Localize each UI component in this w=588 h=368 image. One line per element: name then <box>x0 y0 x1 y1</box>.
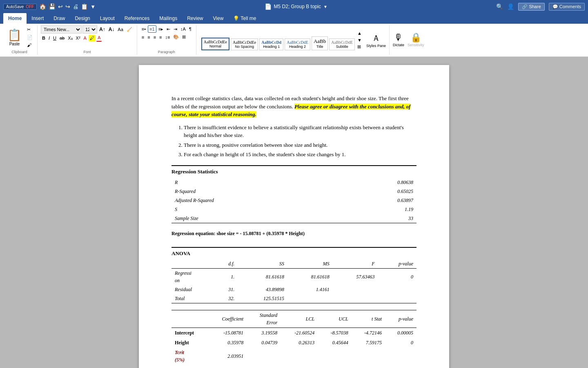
font-label: Font <box>83 49 91 54</box>
doc-icon: 📄 <box>265 3 272 10</box>
document-page[interactable]: In a recent college statistics class, da… <box>139 65 449 368</box>
search-icon[interactable]: 🔍 <box>496 3 503 10</box>
ribbon-group-clipboard: 📋 Paste ✂ 📄 🖌 Clipboard <box>3 25 38 55</box>
shrink-font-button[interactable]: A↓ <box>107 26 116 33</box>
change-case-button[interactable]: Aa <box>116 26 124 33</box>
tab-home[interactable]: Home <box>3 13 27 24</box>
styles-more[interactable]: ⊞ <box>356 43 363 50</box>
align-left-button[interactable]: ≡ <box>140 34 145 40</box>
italic-button[interactable]: I <box>47 35 51 41</box>
table-row: Intercept -15.08781 3.19558 -21.60524 -8… <box>172 328 416 338</box>
table-row: Sample Size 33 <box>172 214 416 223</box>
table-header-row: Coefficient StandardError LCL UCL t Stat… <box>172 310 416 328</box>
font-family-select[interactable]: Times New... <box>41 25 82 34</box>
highlight-button[interactable]: 🖊 <box>89 35 96 41</box>
regression-stats-title: Regression Statistics <box>172 165 416 177</box>
borders-button[interactable]: ⊞ <box>181 34 187 40</box>
regression-stats-section: Regression Statistics R 0.80638 R-Square… <box>172 165 416 224</box>
print-icon[interactable]: 🖨 <box>73 3 78 10</box>
tab-insert[interactable]: Insert <box>27 13 49 24</box>
style-title[interactable]: AaBb Title <box>312 36 328 50</box>
doc-intro: In a recent college statistics class, da… <box>172 94 416 119</box>
style-subtitle[interactable]: AaBbCcDdE Subtitle <box>329 38 355 50</box>
ribbon-group-tools: 🎙 Dictate 🔒 Sensitivity <box>391 25 428 55</box>
anova-title: ANOVA <box>172 247 416 258</box>
align-right-button[interactable]: ≡ <box>152 34 157 40</box>
regression-equation: Regression equation: shoe size = - 15.08… <box>172 230 416 240</box>
mode-icon[interactable]: 📋 <box>81 3 88 10</box>
style-heading1[interactable]: AaBbCcDd Heading 1 <box>259 38 283 50</box>
bold-button[interactable]: B <box>41 35 47 41</box>
lightbulb-icon: 💡 <box>233 16 239 21</box>
autosave-toggle[interactable]: AutoSave OFF <box>3 4 37 10</box>
tab-references[interactable]: References <box>120 13 154 24</box>
sort-button[interactable]: ↕A <box>179 26 187 32</box>
document-area: In a recent college statistics class, da… <box>0 57 588 368</box>
style-no-spacing[interactable]: AaBbCcDdEe No Spacing <box>231 38 258 50</box>
strikethrough-button[interactable]: ab <box>58 35 66 41</box>
decrease-indent-button[interactable]: ⇤ <box>165 26 172 33</box>
clear-format-button[interactable]: 🧹 <box>125 26 134 33</box>
line-spacing-button[interactable]: ↕≡ <box>164 34 172 40</box>
styles-scroll-up[interactable]: ▲ <box>356 30 363 36</box>
tab-view[interactable]: View <box>208 13 229 24</box>
tab-draw[interactable]: Draw <box>49 13 70 24</box>
tab-mailings[interactable]: Mailings <box>154 13 182 24</box>
regression-stats-table: R 0.80638 R-Squared 0.65025 Adjusted R-S… <box>172 178 416 223</box>
table-row: S 1.19 <box>172 205 416 214</box>
format-painter-button[interactable]: 🖌 <box>26 42 34 48</box>
tab-layout[interactable]: Layout <box>95 13 120 24</box>
comments-button[interactable]: 💬 Comments <box>549 3 585 11</box>
align-center-button[interactable]: ≡ <box>146 34 151 40</box>
cut-button[interactable]: ✂ <box>26 26 34 33</box>
font-color-button[interactable]: A <box>82 35 88 41</box>
tab-design[interactable]: Design <box>70 13 95 24</box>
undo-icon[interactable]: ↩ <box>58 3 63 10</box>
tab-tell-me[interactable]: 💡 Tell me <box>228 13 261 24</box>
numbering-button[interactable]: ≡1 <box>148 25 156 33</box>
superscript-button[interactable]: X² <box>75 35 82 41</box>
multilevel-button[interactable]: ≡▸ <box>157 26 165 33</box>
ribbon-group-styles: AaBbCcDdEe Normal AaBbCcDdEe No Spacing … <box>198 25 390 55</box>
subscript-button[interactable]: X₂ <box>67 35 74 42</box>
text-color-button[interactable]: A <box>96 34 102 42</box>
comment-icon: 💬 <box>552 4 558 9</box>
redo-icon[interactable]: ↪ <box>65 3 70 10</box>
font-size-select[interactable]: 12 <box>82 25 97 34</box>
regression-eq-label: Regression equation: shoe size = - 15.08… <box>172 231 305 236</box>
dictate-button[interactable]: 🎙 Dictate <box>393 32 404 47</box>
font-row-1: Times New... 12 A↑ A↓ Aa 🧹 <box>41 25 134 34</box>
style-normal[interactable]: AaBbCcDdEe Normal <box>201 38 229 50</box>
underline-button[interactable]: U <box>52 35 58 41</box>
sensitivity-button[interactable]: 🔒 Sensitivity <box>408 32 424 47</box>
account-icon[interactable]: 👤 <box>507 3 514 10</box>
home-icon[interactable]: 🏠 <box>39 3 46 10</box>
grow-font-button[interactable]: A↑ <box>98 26 107 33</box>
conclusions-list: There is insufficient evidence to believ… <box>184 123 416 159</box>
paragraph-label: Paragraph <box>158 49 175 54</box>
share-button[interactable]: 🔗 Share <box>518 3 544 11</box>
ribbon-content: 📋 Paste ✂ 📄 🖌 Clipboard Times New... <box>0 24 588 57</box>
save-icon[interactable]: 💾 <box>49 3 56 10</box>
title-bar-left: AutoSave OFF 🏠 💾 ↩ ↪ 🖨 📋 ▼ <box>3 3 96 10</box>
paste-button[interactable]: 📋 Paste <box>5 27 24 47</box>
show-formatting-button[interactable]: ¶ <box>188 26 193 32</box>
tab-review[interactable]: Review <box>182 13 208 24</box>
document-title: M5 D2; Group B topic <box>274 4 321 9</box>
shading-button[interactable]: 🎨 <box>172 34 180 40</box>
style-heading2[interactable]: AaBbCcDdE Heading 2 <box>285 38 310 50</box>
increase-indent-button[interactable]: ⇥ <box>172 26 178 33</box>
title-dropdown-icon[interactable]: ▼ <box>323 4 327 9</box>
table-row: R 0.80638 <box>172 178 416 187</box>
title-bar: AutoSave OFF 🏠 💾 ↩ ↪ 🖨 📋 ▼ 📄 M5 D2; Grou… <box>0 0 588 13</box>
copy-button[interactable]: 📄 <box>26 34 34 41</box>
styles-pane-btn[interactable]: Ａ Styles Pane <box>366 33 386 48</box>
styles-scroll-down[interactable]: ▼ <box>356 37 363 43</box>
justify-button[interactable]: ≡ <box>158 34 163 40</box>
bullets-button[interactable]: ≡• <box>140 26 147 32</box>
autosave-state: OFF <box>26 4 34 9</box>
ribbon-group-paragraph: ≡• ≡1 ≡▸ ⇤ ⇥ ↕A ¶ ≡ ≡ ≡ ≡ ↕≡ 🎨 ⊞ <box>139 25 196 55</box>
ribbon: Home Insert Draw Design Layout Reference… <box>0 13 588 57</box>
list-item: There is a strong, positive correlation … <box>184 141 416 149</box>
customize-icon[interactable]: ▼ <box>90 4 96 10</box>
